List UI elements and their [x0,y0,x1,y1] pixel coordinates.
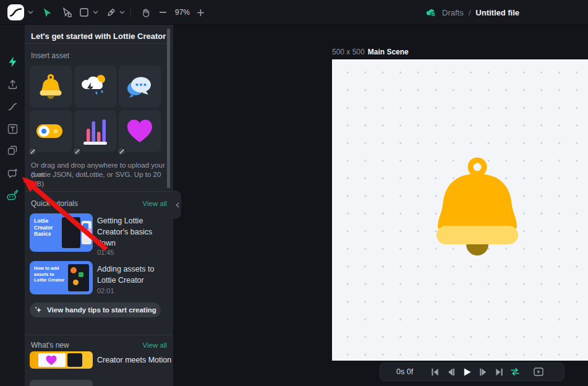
chevron-down-icon [93,11,98,14]
tutorial-thumbnail-1[interactable]: Lottie Creator Basics [30,213,93,252]
next-item-peek [30,380,93,386]
tutorial-duration-1: 01:45 [97,249,114,256]
pencil-icon [75,149,80,154]
tutorial-title-1[interactable]: Getting Lottie Creator's basics down [97,215,165,249]
panel-title: Let's get started with Lottie Creator [31,32,166,41]
rail-text-tool-button[interactable] [6,122,19,135]
whats-new-item-title[interactable]: Creator meets Motion [97,356,171,364]
tutorial-thumb-label-1: Lottie Creator Basics [34,218,61,238]
rail-ai-assistant-button[interactable] [6,189,19,202]
skip-to-end-button[interactable] [491,362,507,381]
asset-tile-chat[interactable] [119,66,161,108]
whats-new-header: What's new View all [31,341,167,350]
panel-divider [25,335,173,335]
zoom-level[interactable]: 97% [172,0,193,25]
whats-new-thumb-code [67,353,82,367]
shape-tool-chevron[interactable] [92,0,99,25]
rail-upload-button[interactable] [6,78,19,90]
panel-scrollbar[interactable] [167,28,170,188]
panel-collapse-tab[interactable] [173,191,181,219]
rail-insert-asset-button[interactable] [6,144,19,157]
tutorial-title-2[interactable]: Adding assets to Lottie Creator [97,264,165,286]
top-toolbar: 97% Drafts / Untitled file [0,0,588,25]
scene-size: 500 x 500 [332,48,365,56]
rail-comments-button[interactable] [6,167,19,179]
tutorial-thumb-shape [87,228,92,233]
rail-curve-tool-button[interactable] [6,100,19,113]
heart-asset-icon [126,119,153,144]
breadcrumb-separator: / [469,8,471,17]
panel-divider [25,43,173,44]
bar-chart-asset-icon [80,116,110,146]
previous-frame-button[interactable] [443,362,459,381]
asset-tile-bar-chart[interactable] [74,110,116,152]
logo-menu-chevron[interactable] [26,0,35,25]
asset-tile-heart[interactable] [119,110,161,152]
node-cursor-icon [62,7,72,18]
lightning-bolt-icon [7,56,18,67]
tool-rail [0,25,25,386]
playback-bar: 0s 0f [380,362,565,381]
pen-tool-button[interactable] [105,0,117,25]
ease-curve-icon [7,101,18,112]
whats-new-thumbnail[interactable] [30,351,93,369]
insert-asset-label: Insert asset [31,51,69,60]
breadcrumb-folder[interactable]: Drafts [442,8,464,17]
chevron-down-icon [28,11,33,14]
minus-icon [160,12,166,13]
whats-new-view-all[interactable]: View all [143,341,167,349]
quick-tutorials-view-all[interactable]: View all [143,200,167,207]
tutorial-thumb-shape [73,280,79,285]
hand-tool-button[interactable] [138,0,152,25]
quick-tutorials-header: Quick tutorials View all [31,199,167,208]
view-tips-button[interactable]: View handy tips to start creating [30,302,161,317]
skip-end-icon [495,367,504,377]
asset-edit-badge [28,147,37,156]
upload-hint-line2: (Lottie JSON, dotLottie, or SVG. Up to 2… [31,170,173,189]
pen-tool-chevron[interactable] [118,0,126,25]
loop-toggle-button[interactable] [507,362,523,381]
whats-new-title: What's new [31,341,69,350]
next-frame-button[interactable] [475,362,491,381]
lottie-logo-icon [7,4,24,20]
skip-to-start-button[interactable] [427,362,443,381]
loop-icon [510,367,520,377]
scene-label: 500 x 500Main Scene [332,48,409,56]
breadcrumb-file-name[interactable]: Untitled file [475,8,519,17]
quick-tutorials-title: Quick tutorials [31,199,78,208]
chat-asset-icon [125,74,155,100]
pencil-icon [119,149,124,154]
bell-asset-icon [37,73,64,100]
tutorial-thumb-shape [70,267,77,273]
tutorial-thumb-screenshot [62,217,80,248]
asset-tile-weather[interactable] [74,66,116,108]
app-logo[interactable] [7,4,24,20]
hand-tool-icon [140,7,151,18]
select-tool-button[interactable] [40,0,54,25]
tutorial-thumbnail-2[interactable]: How to add assets to Lottie Creator [30,261,93,294]
lottie-creator-app: 97% Drafts / Untitled file [0,0,588,386]
toggle-asset-icon [35,122,66,140]
zoom-in-button[interactable] [194,0,207,25]
pencil-icon [30,149,35,154]
zoom-out-button[interactable] [156,0,169,25]
preview-button[interactable] [530,362,547,381]
tutorial-thumb-label-2: How to add assets to Lottie Creator [34,265,67,283]
main-scene-canvas[interactable] [332,59,588,361]
play-button[interactable] [459,362,475,381]
text-tool-icon [7,124,18,134]
rail-getting-started-button[interactable] [6,56,19,68]
playhead-time: 0s 0f [396,367,413,376]
upload-icon [7,79,18,90]
node-select-tool-button[interactable] [59,0,74,25]
asset-tile-toggle[interactable] [30,110,72,152]
shape-tool-button[interactable] [78,0,90,25]
whats-new-thumb-panel [38,353,66,367]
select-cursor-icon [42,7,53,18]
scene-name[interactable]: Main Scene [368,48,409,56]
asset-edit-badge [117,147,126,156]
toolbar-divider [130,7,131,17]
bell-animation-layer[interactable] [428,153,527,259]
asset-tile-bell[interactable] [30,66,72,108]
chevron-down-icon [119,11,125,14]
